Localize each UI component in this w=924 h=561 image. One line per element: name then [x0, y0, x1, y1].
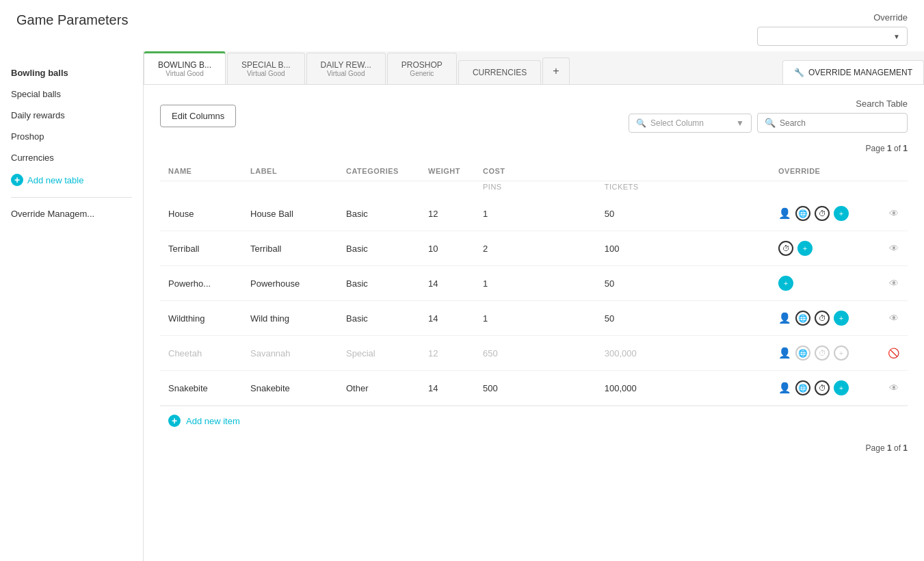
- col-header-name: NAME: [160, 161, 242, 181]
- cell-name: Wildthing: [160, 301, 242, 336]
- sidebar-item-special-balls[interactable]: Special balls: [0, 83, 143, 105]
- cell-weight: 14: [420, 371, 475, 406]
- sidebar-item-proshop[interactable]: Proshop: [0, 126, 143, 147]
- col-header-weight: WEIGHT: [420, 161, 475, 181]
- plus-add-icon[interactable]: +: [834, 380, 849, 395]
- select-column-dropdown[interactable]: 🔍 Select Column ▼: [629, 114, 752, 133]
- add-new-item-button[interactable]: + Add new item: [160, 406, 908, 435]
- search-table-label: Search Table: [856, 99, 908, 109]
- override-input[interactable]: [765, 31, 893, 41]
- tab-proshop-title: PROSHOP: [401, 60, 443, 70]
- cell-override: 👤🌐⏱+: [770, 196, 880, 231]
- sidebar-divider: [11, 197, 132, 198]
- clock-icon[interactable]: ⏱: [778, 241, 793, 256]
- clock-icon[interactable]: ⏱: [815, 345, 830, 361]
- col-header-override: OVERRIDE: [770, 161, 880, 181]
- tab-currencies-title: CURRENCIES: [473, 68, 527, 77]
- globe-icon[interactable]: 🌐: [795, 206, 810, 221]
- sidebar-item-override[interactable]: Override Managem...: [0, 203, 143, 224]
- plus-add-icon[interactable]: +: [834, 345, 849, 361]
- eye-icon[interactable]: 👁: [889, 382, 899, 393]
- tabs-bar: BOWLING B... Virtual Good SPECIAL B... V…: [144, 51, 924, 85]
- table-row: House House Ball Basic 12 1 50 👤🌐⏱+ 👁: [160, 196, 908, 231]
- tab-currencies[interactable]: CURRENCIES: [458, 60, 541, 84]
- tab-daily[interactable]: DAILY REW... Virtual Good: [306, 53, 386, 84]
- table-header-row: NAME LABEL CATEGORIES WEIGHT COST OVERRI…: [160, 161, 908, 181]
- cell-weight: 14: [420, 301, 475, 336]
- col-header-label: LABEL: [242, 161, 338, 181]
- cell-name: Snakebite: [160, 371, 242, 406]
- globe-icon[interactable]: 🌐: [795, 380, 810, 395]
- table-row: Powerho... Powerhouse Basic 14 1 50 + 👁: [160, 266, 908, 301]
- table-row: Wildthing Wild thing Basic 14 1 50 👤🌐⏱+ …: [160, 301, 908, 336]
- eye-icon[interactable]: 👁: [889, 208, 899, 219]
- pagination-bottom: Page 1 of 1: [160, 435, 908, 453]
- table-controls: Edit Columns Search Table 🔍 Select Colum…: [160, 99, 908, 133]
- cell-tickets: 50: [596, 196, 770, 231]
- tab-bowling[interactable]: BOWLING B... Virtual Good: [144, 51, 226, 84]
- cell-tickets: 50: [596, 266, 770, 301]
- cell-override: ⏱+: [770, 231, 880, 266]
- search-table-section: Search Table 🔍 Select Column ▼ 🔍: [629, 99, 908, 133]
- page-title: Game Parameters: [16, 12, 128, 28]
- sidebar-item-bowling-balls[interactable]: Bowling balls: [0, 62, 143, 83]
- cell-categories: Basic: [338, 196, 420, 231]
- cell-action: 👁: [880, 371, 908, 406]
- col-header-cost: COST: [475, 161, 770, 181]
- sidebar: Bowling balls Special balls Daily reward…: [0, 51, 144, 561]
- eye-icon[interactable]: 👁: [889, 278, 899, 289]
- add-new-table-button[interactable]: + Add new table: [0, 168, 143, 192]
- cell-tickets: 300,000: [596, 336, 770, 371]
- eye-icon[interactable]: 👁: [889, 313, 899, 324]
- table-row: Snakebite Snakebite Other 14 500 100,000…: [160, 371, 908, 406]
- data-table: NAME LABEL CATEGORIES WEIGHT COST OVERRI…: [160, 161, 908, 406]
- person-icon: 👤: [778, 312, 791, 324]
- plus-circle-add-icon: +: [168, 415, 181, 427]
- globe-icon[interactable]: 🌐: [795, 345, 810, 361]
- edit-columns-button[interactable]: Edit Columns: [160, 105, 236, 127]
- cell-label: Powerhouse: [242, 266, 338, 301]
- plus-add-icon[interactable]: +: [778, 276, 793, 291]
- clock-icon[interactable]: ⏱: [815, 311, 830, 326]
- cell-pins: 500: [475, 371, 596, 406]
- plus-add-icon[interactable]: +: [834, 311, 849, 326]
- cell-label: Savannah: [242, 336, 338, 371]
- search-input[interactable]: [780, 118, 900, 128]
- search-icon: 🔍: [765, 118, 776, 128]
- sidebar-item-daily-rewards[interactable]: Daily rewards: [0, 105, 143, 126]
- cell-override: 👤🌐⏱+: [770, 301, 880, 336]
- eye-icon[interactable]: 👁: [889, 243, 899, 254]
- chevron-down-icon-2: ▼: [736, 118, 744, 128]
- search-input-container: 🔍: [757, 113, 908, 133]
- cell-categories: Special: [338, 336, 420, 371]
- eye-hidden-icon[interactable]: 🚫: [888, 348, 899, 358]
- sidebar-item-currencies[interactable]: Currencies: [0, 147, 143, 168]
- col-subheader-tickets: Tickets: [596, 181, 770, 197]
- clock-icon[interactable]: ⏱: [815, 206, 830, 221]
- tab-proshop[interactable]: PROSHOP Generic: [387, 53, 457, 84]
- plus-add-icon[interactable]: +: [797, 241, 813, 256]
- plus-add-icon[interactable]: +: [834, 206, 849, 221]
- plus-circle-icon: +: [11, 174, 23, 186]
- cell-label: Snakebite: [242, 371, 338, 406]
- cell-pins: 1: [475, 266, 596, 301]
- wrench-icon: 🔧: [794, 68, 804, 77]
- content-area: BOWLING B... Virtual Good SPECIAL B... V…: [144, 51, 924, 561]
- search-icon-sm: 🔍: [636, 118, 646, 128]
- cell-tickets: 100: [596, 231, 770, 266]
- cell-override: 👤🌐⏱+: [770, 371, 880, 406]
- cell-weight: 12: [420, 196, 475, 231]
- override-dropdown[interactable]: ▼: [757, 27, 908, 46]
- cell-action: 👁: [880, 196, 908, 231]
- cell-label: Wild thing: [242, 301, 338, 336]
- tab-special-sub: Virtual Good: [241, 70, 291, 77]
- add-tab-button[interactable]: +: [542, 57, 569, 84]
- tab-special[interactable]: SPECIAL B... Virtual Good: [227, 53, 305, 84]
- table-sub-header-row: Pins Tickets: [160, 181, 908, 197]
- col-header-action: [880, 161, 908, 181]
- override-management-button[interactable]: 🔧 OVERRIDE MANAGEMENT: [782, 60, 924, 84]
- clock-icon[interactable]: ⏱: [815, 380, 830, 395]
- table-row: Terriball Terriball Basic 10 2 100 ⏱+ 👁: [160, 231, 908, 266]
- globe-icon[interactable]: 🌐: [795, 311, 810, 326]
- cell-weight: 12: [420, 336, 475, 371]
